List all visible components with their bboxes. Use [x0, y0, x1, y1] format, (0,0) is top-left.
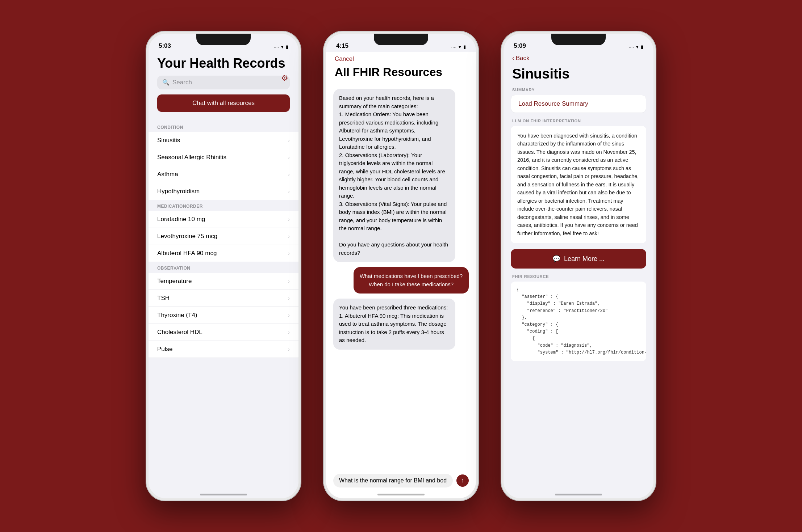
- chat-messages: Based on your health records, here is a …: [326, 83, 476, 355]
- list-item[interactable]: Loratadine 10 mg ›: [149, 211, 298, 228]
- back-chevron-icon: ‹: [512, 55, 514, 62]
- chevron-icon: ›: [288, 329, 290, 335]
- condition-sinusitis: Sinusitis: [157, 137, 180, 144]
- back-label: Back: [516, 55, 530, 62]
- list-item[interactable]: TSH ›: [149, 290, 298, 307]
- condition-rhinitis: Seasonal Allergic Rhinitis: [157, 154, 226, 161]
- obs-cholesterol: Cholesterol HDL: [157, 329, 202, 336]
- chevron-icon: ›: [288, 154, 290, 160]
- chat-input-area: ↑: [333, 474, 469, 487]
- signal-icon: ····: [451, 44, 456, 50]
- system-message-text-2: You have been prescribed three medicatio…: [339, 304, 448, 343]
- phone-3: 5:09 ···· ▾ ▮ ‹ Back Sinusitis SUMMARY L…: [501, 31, 656, 501]
- search-icon: 🔍: [162, 79, 170, 86]
- fhir-screen: Cancel All FHIR Resources Based on your …: [326, 52, 476, 498]
- list-item[interactable]: Pulse ›: [149, 341, 298, 358]
- chevron-icon: ›: [288, 188, 290, 194]
- notch-3: [551, 34, 606, 45]
- notch-2: [374, 34, 428, 45]
- med-loratadine: Loratadine 10 mg: [157, 216, 205, 223]
- home-indicator: [377, 494, 425, 495]
- chevron-icon: ›: [288, 171, 290, 177]
- list-item[interactable]: Cholesterol HDL ›: [149, 324, 298, 341]
- back-navigation[interactable]: ‹ Back: [504, 52, 653, 65]
- chevron-icon: ›: [288, 295, 290, 301]
- chevron-icon: ›: [288, 278, 290, 284]
- page-title: Sinusitis: [504, 65, 653, 88]
- status-icons-3: ···· ▾ ▮: [629, 44, 643, 50]
- send-button[interactable]: ↑: [456, 474, 469, 487]
- load-resource-summary-button[interactable]: Load Resource Summary: [511, 95, 646, 113]
- medication-section-header: MEDICATIONORDER: [149, 200, 298, 211]
- search-bar[interactable]: 🔍 Search: [157, 76, 290, 89]
- obs-tsh: TSH: [157, 295, 170, 302]
- chevron-icon: ›: [288, 312, 290, 318]
- sinusitis-screen: ‹ Back Sinusitis SUMMARY Load Resource S…: [504, 52, 653, 498]
- signal-icon: ····: [629, 44, 634, 50]
- med-albuterol: Albuterol HFA 90 mcg: [157, 250, 217, 257]
- list-item[interactable]: Sinusitis ›: [149, 132, 298, 149]
- health-header: ⚙ Your Health Records 🔍 Search Chat with…: [149, 52, 298, 121]
- observation-section-header: OBSERVATION: [149, 262, 298, 273]
- med-levothyroxine: Levothyroxine 75 mcg: [157, 233, 217, 240]
- obs-thyroxine: Thyroxine (T4): [157, 312, 197, 319]
- llm-interpretation-text: You have been diagnosed with sinusitis, …: [511, 126, 646, 243]
- home-indicator: [555, 494, 602, 495]
- user-message: What medications have I been prescribed?…: [354, 267, 469, 294]
- battery-icon: ▮: [463, 44, 466, 50]
- wifi-icon: ▾: [636, 44, 639, 50]
- list-item[interactable]: Thyroxine (T4) ›: [149, 307, 298, 324]
- list-item[interactable]: Asthma ›: [149, 166, 298, 183]
- time-3: 5:09: [514, 42, 526, 50]
- chat-input[interactable]: [333, 474, 453, 487]
- wifi-icon: ▾: [281, 44, 284, 50]
- status-icons-1: ···· ▾ ▮: [274, 44, 288, 50]
- fhir-json-display: { "asserter" : { "display" : "Daren Estr…: [511, 282, 646, 361]
- list-item[interactable]: Levothyroxine 75 mcg ›: [149, 228, 298, 245]
- obs-temperature: Temperature: [157, 278, 192, 285]
- battery-icon: ▮: [641, 44, 643, 50]
- status-icons-2: ···· ▾ ▮: [451, 44, 466, 50]
- fhir-title: All FHIR Resources: [335, 66, 467, 79]
- user-message-text: What medications have I been prescribed?…: [360, 273, 463, 287]
- condition-hypothyroidism: Hypothyroidism: [157, 188, 200, 195]
- chevron-icon: ›: [288, 233, 290, 239]
- fhir-header: Cancel All FHIR Resources: [326, 52, 476, 83]
- home-indicator: [200, 494, 247, 495]
- health-screen: ⚙ Your Health Records 🔍 Search Chat with…: [149, 52, 298, 498]
- chat-icon: 💬: [552, 255, 560, 263]
- list-item[interactable]: Seasonal Allergic Rhinitis ›: [149, 149, 298, 166]
- phone-2: 4:15 ···· ▾ ▮ Cancel All FHIR Resources …: [323, 31, 479, 501]
- send-icon: ↑: [461, 477, 464, 484]
- battery-icon: ▮: [286, 44, 288, 50]
- wifi-icon: ▾: [459, 44, 461, 50]
- cancel-button[interactable]: Cancel: [335, 55, 467, 63]
- system-message-1: Based on your health records, here is a …: [333, 89, 455, 262]
- system-message-2: You have been prescribed three medicatio…: [333, 299, 455, 350]
- list-item[interactable]: Albuterol HFA 90 mcg ›: [149, 245, 298, 262]
- page-title: Your Health Records: [157, 56, 290, 71]
- llm-section-label: LLM ON FHIR INTERPRETATION: [504, 119, 653, 126]
- gear-icon[interactable]: ⚙: [281, 73, 288, 83]
- system-message-text-1: Based on your health records, here is a …: [339, 95, 448, 256]
- list-item[interactable]: Hypothyroidism ›: [149, 183, 298, 200]
- search-placeholder: Search: [172, 79, 192, 86]
- learn-more-label: Learn More ...: [564, 255, 605, 263]
- condition-section-header: CONDITION: [149, 121, 298, 132]
- obs-pulse: Pulse: [157, 346, 173, 353]
- condition-asthma: Asthma: [157, 171, 178, 178]
- list-item[interactable]: Temperature ›: [149, 273, 298, 290]
- notch-1: [196, 34, 251, 45]
- fhir-resource-label: FHIR RESOURCE: [504, 274, 653, 282]
- learn-more-button[interactable]: 💬 Learn More ...: [511, 249, 646, 269]
- summary-section-label: SUMMARY: [504, 88, 653, 95]
- time-1: 5:03: [159, 42, 171, 50]
- chevron-icon: ›: [288, 137, 290, 143]
- chevron-icon: ›: [288, 250, 290, 256]
- chevron-icon: ›: [288, 216, 290, 222]
- time-2: 4:15: [336, 42, 348, 50]
- chevron-icon: ›: [288, 346, 290, 352]
- signal-icon: ····: [274, 44, 279, 50]
- phone-1: 5:03 ···· ▾ ▮ ⚙ Your Health Records 🔍 Se…: [146, 31, 301, 501]
- chat-all-resources-button[interactable]: Chat with all resources: [157, 94, 290, 112]
